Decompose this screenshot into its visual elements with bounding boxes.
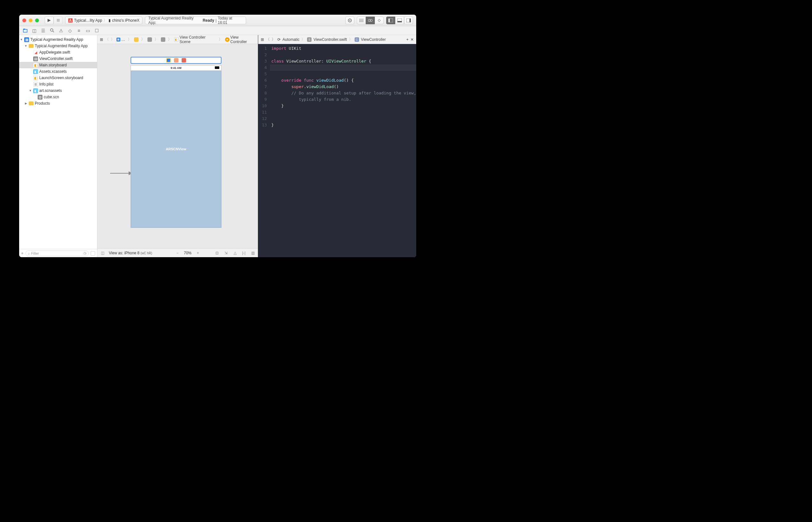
- stop-button[interactable]: [54, 17, 63, 24]
- forward-icon[interactable]: 〉: [272, 37, 275, 42]
- svg-rect-12: [397, 21, 402, 22]
- tree-root[interactable]: Typical Augmented Reality App: [30, 37, 83, 42]
- ib-canvas[interactable]: 9:41 AM ARSCNView: [97, 44, 258, 248]
- tree-art-group[interactable]: art.scnassets: [39, 88, 62, 93]
- toggle-debug-area[interactable]: [395, 17, 404, 24]
- pin-tool-icon[interactable]: ⇲: [223, 251, 229, 255]
- tree-item[interactable]: ViewController.swift: [39, 57, 73, 61]
- tree-products[interactable]: Products: [35, 101, 50, 106]
- svg-rect-10: [389, 19, 390, 22]
- resolve-tool-icon[interactable]: △: [232, 251, 237, 255]
- forward-icon[interactable]: 〉: [111, 37, 115, 42]
- svg-rect-15: [23, 29, 27, 32]
- breakpoint-navigator-icon[interactable]: ▭: [85, 28, 91, 34]
- related-items-icon[interactable]: ⊞: [261, 37, 264, 42]
- jump-bar-editor[interactable]: ⊞ 〈 〉 ⟳ Automatic〉 SViewController.swift…: [258, 35, 416, 44]
- navigator-selector: ◫ ☰ ⚠ ◇ ≡ ▭ ☐: [19, 26, 416, 35]
- vc-icon[interactable]: [166, 58, 171, 62]
- editor-mode-segment: [357, 17, 384, 24]
- source-control-navigator-icon[interactable]: ◫: [31, 28, 37, 34]
- activity-view: Typical Augmented Reality App: Ready | T…: [145, 17, 246, 24]
- scene-frame[interactable]: 9:41 AM ARSCNView: [131, 57, 221, 228]
- minimize-window[interactable]: [29, 19, 33, 22]
- filter-placeholder: Filter: [31, 252, 39, 255]
- window-controls: [22, 19, 39, 22]
- filter-input[interactable]: ⌕ Filter ◷: [25, 250, 89, 256]
- scm-filter-icon[interactable]: [91, 251, 95, 256]
- test-navigator-icon[interactable]: ◇: [67, 28, 73, 34]
- tree-item[interactable]: cube.scn: [44, 95, 59, 99]
- first-responder-icon[interactable]: [174, 58, 178, 62]
- status-bar: 9:41 AM: [131, 65, 221, 71]
- code-body[interactable]: import UIKit class ViewController: UIVie…: [270, 44, 416, 257]
- xcode-window: 🅰️ Typical…lity App 〉 ▮ chino's iPhoneX …: [19, 15, 416, 257]
- source-editor[interactable]: 1 2 3 4 5 6 7 8 9 10 11 12 13 import UIK…: [258, 44, 416, 257]
- tree-item[interactable]: AppDelegate.swift: [39, 50, 70, 55]
- back-icon[interactable]: 〈: [105, 37, 109, 42]
- add-icon[interactable]: +: [21, 251, 24, 256]
- xcode-appicon-icon: 🅰️: [68, 18, 73, 23]
- status-time: 9:41 AM: [171, 66, 181, 69]
- zoom-level[interactable]: 70%: [184, 251, 192, 255]
- scheme-device: chino's iPhoneX: [112, 18, 139, 23]
- tree-item-selected[interactable]: ◧Main.storyboard: [19, 62, 97, 68]
- back-icon[interactable]: 〈: [266, 37, 270, 42]
- tree-item[interactable]: LaunchScreen.storyboard: [39, 76, 83, 80]
- clock-icon[interactable]: ◷: [83, 251, 86, 255]
- standard-editor-button[interactable]: [357, 17, 366, 24]
- assistant-editor-button[interactable]: [366, 17, 375, 24]
- toggle-utilities[interactable]: [404, 17, 413, 24]
- svg-rect-14: [410, 19, 411, 22]
- run-button[interactable]: [45, 17, 54, 24]
- zoom-out-icon[interactable]: −: [175, 251, 180, 255]
- device-icon: ▮: [108, 18, 111, 23]
- svg-line-18: [53, 31, 54, 32]
- navigator-filter-bar: + ⌕ Filter ◷: [19, 249, 97, 257]
- svg-point-17: [51, 29, 53, 31]
- add-editor-icon[interactable]: +: [406, 37, 409, 42]
- embed-tool-icon[interactable]: |◦|: [241, 251, 246, 255]
- activity-time: Today at 16:01: [218, 16, 242, 25]
- project-navigator-icon[interactable]: [22, 28, 28, 34]
- automatic-icon: ⟳: [277, 37, 281, 42]
- related-items-icon[interactable]: ⊞: [100, 37, 103, 42]
- tree-group[interactable]: Typical Augmented Reality App: [35, 44, 87, 48]
- toolbar: 🅰️ Typical…lity App 〉 ▮ chino's iPhoneX …: [19, 15, 416, 26]
- library-button[interactable]: [345, 17, 354, 24]
- device-preview: 9:41 AM ARSCNView: [131, 65, 221, 228]
- run-stop-segment: [45, 17, 63, 24]
- zoom-in-icon[interactable]: +: [195, 251, 200, 255]
- project-tree[interactable]: ▼▦Typical Augmented Reality App ▼Typical…: [19, 35, 97, 249]
- svg-marker-0: [47, 19, 51, 22]
- arscnview[interactable]: ARSCNView: [131, 71, 221, 227]
- ib-footer: ◫ View as: iPhone 8 (wC hR) − 70% + ⊡ ⇲ …: [97, 248, 258, 257]
- scheme-target: Typical…lity App: [74, 18, 102, 23]
- battery-icon: [215, 66, 219, 69]
- find-navigator-icon[interactable]: [49, 28, 55, 34]
- scheme-selector[interactable]: 🅰️ Typical…lity App 〉 ▮ chino's iPhoneX: [65, 17, 142, 24]
- debug-navigator-icon[interactable]: ≡: [76, 28, 82, 34]
- project-navigator: ▼▦Typical Augmented Reality App ▼Typical…: [19, 35, 97, 257]
- assistant-editor: ⊞ 〈 〉 ⟳ Automatic〉 SViewController.swift…: [258, 35, 416, 257]
- align-tool-icon[interactable]: ⊡: [215, 251, 220, 255]
- toggle-navigator[interactable]: [386, 17, 395, 24]
- scene-dock[interactable]: [131, 57, 221, 64]
- issue-navigator-icon[interactable]: ⚠: [58, 28, 64, 34]
- zoom-window[interactable]: [35, 19, 39, 22]
- stack-tool-icon[interactable]: ▥: [250, 251, 255, 255]
- svg-rect-16: [23, 29, 25, 30]
- version-editor-button[interactable]: [375, 17, 384, 24]
- close-window[interactable]: [22, 19, 26, 22]
- outline-toggle-icon[interactable]: ◫: [100, 251, 105, 255]
- close-editor-icon[interactable]: ✕: [411, 37, 414, 42]
- activity-prefix: Typical Augmented Reality App:: [148, 16, 201, 25]
- tree-item[interactable]: Assets.xcassets: [39, 69, 67, 74]
- tree-item[interactable]: Info.plist: [39, 82, 54, 86]
- svg-point-3: [350, 20, 351, 21]
- report-navigator-icon[interactable]: ☐: [94, 28, 100, 34]
- exit-icon[interactable]: [182, 58, 186, 62]
- interface-builder: ⊞ 〈 〉 ▦…〉 〉 〉 〉 ◧View Controller Scene〉 …: [97, 35, 258, 257]
- initial-vc-arrow-icon: [110, 170, 133, 177]
- jump-bar-ib[interactable]: ⊞ 〈 〉 ▦…〉 〉 〉 〉 ◧View Controller Scene〉 …: [97, 35, 258, 44]
- symbol-navigator-icon[interactable]: ☰: [40, 28, 46, 34]
